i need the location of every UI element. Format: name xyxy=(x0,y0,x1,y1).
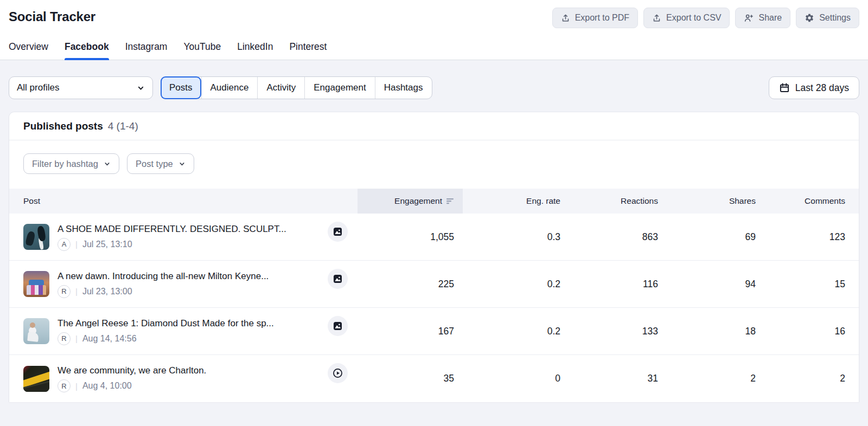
meta-separator: | xyxy=(75,334,78,343)
profile-badge: R xyxy=(58,332,71,345)
post-info: The Angel Reese 1: Diamond Dust Made for… xyxy=(58,318,321,345)
view-segmented-control: Posts Audience Activity Engagement Hasht… xyxy=(161,76,432,99)
tab-pinterest[interactable]: Pinterest xyxy=(289,36,327,60)
table-filters: Filter by hashtag Post type xyxy=(9,140,859,189)
engagement-value: 1,055 xyxy=(358,231,463,243)
image-post-icon xyxy=(328,222,348,242)
page-header: Social Tracker Export to PDF Export to C… xyxy=(0,0,868,28)
column-header-eng-rate[interactable]: Eng. rate xyxy=(463,189,560,214)
tab-overview[interactable]: Overview xyxy=(9,36,48,60)
chevron-down-icon xyxy=(178,160,186,167)
table-row[interactable]: The Angel Reese 1: Diamond Dust Made for… xyxy=(9,308,859,355)
header-actions: Export to PDF Export to CSV Share Settin… xyxy=(552,8,859,28)
content-area: All profiles Posts Audience Activity Eng… xyxy=(0,60,868,426)
profile-select[interactable]: All profiles xyxy=(9,76,153,99)
share-button[interactable]: Share xyxy=(735,8,790,28)
tab-facebook[interactable]: Facebook xyxy=(65,36,109,60)
profile-select-value: All profiles xyxy=(17,82,59,93)
date-range-button[interactable]: Last 28 days xyxy=(769,76,859,99)
shares-value: 69 xyxy=(658,231,756,243)
post-thumbnail[interactable] xyxy=(23,224,49,250)
settings-button[interactable]: Settings xyxy=(796,8,859,28)
post-info: A new dawn. Introducing the all-new Milt… xyxy=(58,270,321,298)
export-csv-label: Export to CSV xyxy=(666,12,721,23)
column-header-post[interactable]: Post xyxy=(9,196,358,206)
shares-value: 18 xyxy=(658,326,756,337)
image-post-icon xyxy=(328,316,348,336)
shares-value: 94 xyxy=(658,279,756,290)
engagement-value: 167 xyxy=(358,326,463,337)
social-tracker-app: Social Tracker Export to PDF Export to C… xyxy=(0,0,868,426)
shares-value: 2 xyxy=(658,373,756,384)
card-title: Published posts xyxy=(23,120,103,132)
meta-separator: | xyxy=(75,287,78,296)
table-row[interactable]: A SHOE MADE DIFFERENTLY. DESIGNED. SCULP… xyxy=(9,214,859,261)
card-count: 4 (1-4) xyxy=(108,120,138,132)
post-type-label: Post type xyxy=(136,159,173,169)
segment-engagement[interactable]: Engagement xyxy=(304,77,374,99)
image-post-icon xyxy=(328,269,348,289)
post-cell: The Angel Reese 1: Diamond Dust Made for… xyxy=(9,318,358,345)
eng-rate-value: 0.2 xyxy=(463,279,560,290)
tab-youtube[interactable]: YouTube xyxy=(183,36,221,60)
post-type-dropdown[interactable]: Post type xyxy=(127,153,194,174)
meta-separator: | xyxy=(75,382,78,391)
share-label: Share xyxy=(758,12,782,23)
chevron-down-icon xyxy=(137,84,145,92)
post-meta: A | Jul 25, 13:10 xyxy=(58,238,321,251)
segment-activity[interactable]: Activity xyxy=(257,77,304,99)
table-row[interactable]: A new dawn. Introducing the all-new Milt… xyxy=(9,261,859,308)
post-thumbnail[interactable] xyxy=(23,271,49,297)
reactions-value: 116 xyxy=(560,279,658,290)
table-header: Post Engagement Eng. rate Reactions Shar… xyxy=(9,189,859,214)
post-info: A SHOE MADE DIFFERENTLY. DESIGNED. SCULP… xyxy=(58,223,321,251)
export-csv-button[interactable]: Export to CSV xyxy=(643,8,730,28)
post-meta: R | Aug 14, 14:56 xyxy=(58,332,321,345)
post-title-link[interactable]: We are community, we are Charlton. xyxy=(58,365,321,377)
comments-value: 16 xyxy=(756,326,859,337)
column-header-shares[interactable]: Shares xyxy=(658,189,756,214)
comments-value: 123 xyxy=(756,231,859,243)
column-header-reactions[interactable]: Reactions xyxy=(560,189,658,214)
gear-icon xyxy=(805,13,814,23)
engagement-value: 225 xyxy=(358,279,463,290)
date-range-label: Last 28 days xyxy=(795,82,849,94)
published-posts-card: Published posts 4 (1-4) Filter by hashta… xyxy=(9,112,859,402)
meta-separator: | xyxy=(75,240,78,249)
post-meta: R | Jul 23, 13:00 xyxy=(58,285,321,298)
post-title-link[interactable]: A new dawn. Introducing the all-new Milt… xyxy=(58,270,321,282)
settings-label: Settings xyxy=(819,12,851,23)
segment-hashtags[interactable]: Hashtags xyxy=(375,77,432,99)
post-cell: We are community, we are Charlton. R | A… xyxy=(9,365,358,392)
chevron-down-icon xyxy=(104,160,111,167)
controls-row: All profiles Posts Audience Activity Eng… xyxy=(9,76,859,99)
export-pdf-label: Export to PDF xyxy=(575,12,629,23)
page-title: Social Tracker xyxy=(9,8,95,26)
video-post-icon xyxy=(328,363,348,383)
eng-rate-value: 0.3 xyxy=(463,231,560,243)
segment-posts[interactable]: Posts xyxy=(161,76,201,99)
hashtag-filter-dropdown[interactable]: Filter by hashtag xyxy=(23,153,119,174)
export-icon xyxy=(561,14,570,23)
reactions-value: 863 xyxy=(560,231,658,243)
table-row[interactable]: We are community, we are Charlton. R | A… xyxy=(9,355,859,402)
column-header-engagement[interactable]: Engagement xyxy=(358,189,463,214)
post-title-link[interactable]: A SHOE MADE DIFFERENTLY. DESIGNED. SCULP… xyxy=(58,223,321,235)
post-meta: R | Aug 4, 10:00 xyxy=(58,379,321,392)
profile-badge: A xyxy=(58,238,71,251)
tab-instagram[interactable]: Instagram xyxy=(125,36,168,60)
share-user-icon xyxy=(744,13,754,23)
engagement-value: 35 xyxy=(358,373,463,384)
tab-linkedin[interactable]: LinkedIn xyxy=(237,36,273,60)
calendar-icon xyxy=(779,82,790,93)
post-thumbnail[interactable] xyxy=(23,318,49,344)
comments-value: 2 xyxy=(756,373,859,384)
post-title-link[interactable]: The Angel Reese 1: Diamond Dust Made for… xyxy=(58,318,321,330)
export-pdf-button[interactable]: Export to PDF xyxy=(552,8,638,28)
segment-audience[interactable]: Audience xyxy=(201,77,258,99)
post-date: Jul 23, 13:00 xyxy=(82,287,132,296)
reactions-value: 31 xyxy=(560,373,658,384)
column-header-comments[interactable]: Comments xyxy=(756,189,859,214)
post-thumbnail[interactable] xyxy=(23,366,49,392)
post-date: Aug 4, 10:00 xyxy=(82,381,132,391)
